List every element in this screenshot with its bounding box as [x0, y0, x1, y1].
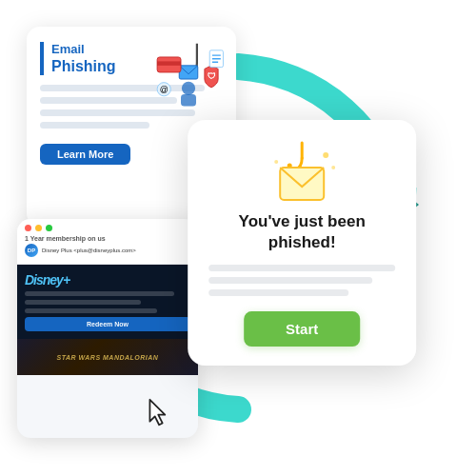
red-dot-icon [25, 225, 31, 231]
phished-line-2 [208, 277, 372, 284]
svg-point-21 [323, 152, 328, 158]
disney-card-body: Disney+ Redeem Now [17, 265, 198, 339]
phished-line-1 [208, 265, 395, 271]
disney-logo: Disney+ [25, 272, 190, 288]
email-sender: Disney Plus <plus@disneyplus.com> [42, 248, 136, 253]
disney-line-1 [25, 291, 174, 296]
yellow-dot-icon [35, 225, 42, 231]
svg-text:🛡: 🛡 [208, 71, 216, 81]
scene: Email Phishing 🛡 @ [0, 0, 476, 476]
disney-line-3 [25, 308, 157, 313]
email-from: DP Disney Plus <plus@disneyplus.com> [25, 244, 190, 257]
start-button[interactable]: Start [244, 311, 360, 347]
email-line-4 [40, 122, 149, 129]
phished-content-lines [208, 265, 395, 296]
window-dots [25, 225, 190, 231]
svg-point-9 [182, 82, 195, 95]
mandalorian-text: STAR WARS MANDALORIAN [57, 354, 159, 361]
disney-content-lines [25, 291, 190, 313]
email-subject: 1 Year membership on us [25, 235, 190, 242]
phishing-illustration-icon: 🛡 @ [150, 40, 227, 111]
green-dot-icon [46, 225, 52, 231]
svg-marker-17 [149, 400, 165, 425]
cursor-icon [148, 398, 172, 426]
phished-title: You've just been phished! [208, 211, 395, 253]
phished-popup-card: You've just been phished! Start [188, 120, 416, 366]
phished-line-3 [208, 289, 348, 296]
hook-envelope-icon [268, 141, 335, 206]
disney-card-header: 1 Year membership on us DP Disney Plus <… [17, 219, 198, 265]
learn-more-button[interactable]: Learn More [40, 144, 130, 165]
redeem-now-button[interactable]: Redeem Now [25, 317, 190, 331]
svg-point-23 [274, 160, 278, 164]
mandalorian-banner: STAR WARS MANDALORIAN [17, 339, 198, 375]
svg-rect-10 [181, 94, 196, 106]
email-card-title-bottom: Phishing [51, 57, 116, 75]
disney-card-footer: STAR WARS MANDALORIAN [17, 339, 198, 375]
disney-line-2 [25, 300, 141, 305]
disney-avatar: DP [25, 244, 38, 257]
svg-text:@: @ [160, 85, 169, 94]
email-card-title-top: Email [51, 42, 116, 57]
svg-point-22 [331, 166, 335, 169]
email-card-title-bar: Email Phishing [40, 42, 116, 75]
svg-rect-7 [157, 61, 181, 65]
